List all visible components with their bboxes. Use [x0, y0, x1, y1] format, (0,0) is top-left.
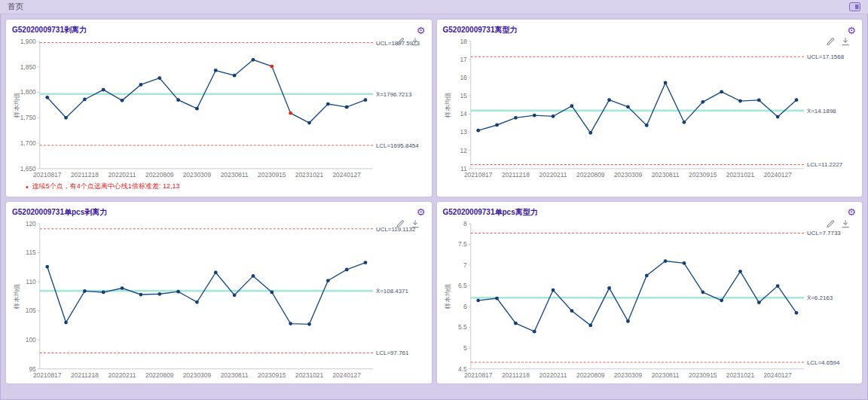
panel-header: G52020009731离型力 ⚙ [443, 23, 857, 37]
svg-text:20230811: 20230811 [651, 371, 679, 378]
chart-toolbar [396, 37, 420, 46]
svg-text:LCL=4.6594: LCL=4.6594 [806, 359, 839, 366]
chart-area: 87.576.565.554.5202108172021121820220211… [443, 219, 857, 381]
pencil-icon[interactable] [396, 219, 405, 228]
svg-text:20230811: 20230811 [221, 171, 249, 179]
chart-panel: G52020009731离型力 ⚙ 1817161514131211202108… [437, 20, 863, 197]
svg-text:1,850: 1,850 [20, 63, 36, 71]
svg-text:20230309: 20230309 [183, 171, 212, 179]
svg-text:LCL=11.2227: LCL=11.2227 [806, 161, 842, 168]
tab-home[interactable]: 首页 [8, 2, 23, 12]
chart-toolbar [826, 219, 850, 228]
svg-text:20211218: 20211218 [501, 171, 529, 179]
download-icon[interactable] [411, 37, 420, 46]
svg-text:115: 115 [26, 249, 36, 256]
svg-text:100: 100 [26, 336, 36, 344]
svg-text:13: 13 [460, 128, 467, 136]
svg-text:6.5: 6.5 [458, 282, 467, 289]
svg-text:20210817: 20210817 [463, 371, 492, 378]
svg-text:20220211: 20220211 [108, 171, 136, 179]
svg-text:20230811: 20230811 [221, 371, 249, 378]
gear-icon[interactable]: ⚙ [847, 207, 856, 217]
svg-text:X̄=1796.7213: X̄=1796.7213 [376, 91, 412, 98]
svg-text:6: 6 [463, 303, 467, 310]
svg-text:15: 15 [460, 92, 467, 99]
svg-text:12: 12 [460, 147, 467, 154]
svg-text:7: 7 [463, 261, 467, 269]
svg-text:5.5: 5.5 [458, 323, 467, 331]
pencil-icon[interactable] [826, 37, 835, 46]
svg-text:16: 16 [460, 74, 467, 81]
chart-area: 1201151101051009520210817202112182022021… [12, 219, 426, 381]
svg-text:20231021: 20231021 [726, 371, 754, 378]
svg-text:20240127: 20240127 [763, 371, 792, 378]
panel-title: G52020009731单pcs剥离力 [12, 207, 107, 218]
svg-text:20220211: 20220211 [539, 171, 567, 179]
gear-icon[interactable]: ⚙ [417, 207, 426, 217]
panel-title: G52020009731单pcs离型力 [443, 207, 538, 218]
svg-text:X̄=14.1898: X̄=14.1898 [806, 108, 836, 115]
svg-text:20220809: 20220809 [145, 171, 174, 179]
svg-text:20220211: 20220211 [539, 371, 567, 378]
control-chart: 1,9001,8501,8001,7501,7001,6502021081720… [12, 37, 426, 181]
svg-text:20230915: 20230915 [258, 371, 286, 378]
gear-icon[interactable]: ⚙ [417, 26, 426, 35]
svg-text:120: 120 [26, 220, 36, 227]
download-icon[interactable] [411, 219, 420, 228]
svg-text:1,700: 1,700 [20, 139, 36, 147]
chart-toolbar [826, 37, 850, 46]
svg-text:20240127: 20240127 [763, 171, 792, 179]
svg-text:20231021: 20231021 [295, 171, 324, 179]
svg-text:样本均值: 样本均值 [13, 92, 20, 118]
svg-text:20230915: 20230915 [258, 171, 286, 179]
svg-text:20210817: 20210817 [33, 371, 62, 378]
svg-text:UCL=7.7733: UCL=7.7733 [806, 230, 840, 237]
svg-text:20230309: 20230309 [613, 171, 642, 179]
chart-panel: G52020009731剥离力 ⚙ 1,9001,8501,8001,7501,… [6, 20, 432, 197]
svg-text:5: 5 [463, 344, 467, 352]
dashboard-grid: G52020009731剥离力 ⚙ 1,9001,8501,8001,7501,… [0, 14, 868, 389]
gear-icon[interactable]: ⚙ [847, 26, 856, 35]
pencil-icon[interactable] [826, 219, 835, 228]
panel-header: G52020009731单pcs离型力 ⚙ [443, 206, 857, 219]
svg-text:105: 105 [26, 307, 36, 314]
svg-text:1,800: 1,800 [20, 88, 36, 96]
svg-text:1,750: 1,750 [20, 114, 36, 121]
panel-title: G52020009731剥离力 [12, 25, 87, 35]
chart-panel: G52020009731单pcs离型力 ⚙ 87.576.565.554.520… [437, 202, 863, 384]
svg-text:20210817: 20210817 [33, 171, 62, 179]
svg-text:LCL=97.761: LCL=97.761 [376, 350, 409, 356]
chart-panel: G52020009731单pcs剥离力 ⚙ 120115110105100952… [6, 202, 432, 384]
control-chart: 87.576.565.554.5202108172021121820220211… [443, 219, 857, 381]
svg-text:样本均值: 样本均值 [443, 283, 451, 310]
pencil-icon[interactable] [396, 37, 405, 46]
svg-text:20230309: 20230309 [183, 371, 212, 378]
svg-text:110: 110 [26, 278, 36, 285]
svg-text:样本均值: 样本均值 [13, 283, 20, 310]
svg-text:20220211: 20220211 [108, 371, 136, 378]
svg-text:20211218: 20211218 [71, 371, 99, 378]
svg-text:20220809: 20220809 [576, 171, 604, 179]
download-icon[interactable] [841, 37, 850, 46]
svg-text:20211218: 20211218 [501, 371, 529, 378]
svg-text:X̄=108.4371: X̄=108.4371 [376, 288, 409, 295]
svg-text:20230915: 20230915 [689, 371, 717, 378]
rule-violation-note: • 连续5个点，有4个点远离中心线1倍标准差: 12,13 [26, 182, 426, 192]
control-chart: 1817161514131211202108172021121820220211… [443, 37, 857, 181]
svg-text:20240127: 20240127 [332, 371, 361, 378]
svg-text:样本均值: 样本均值 [443, 92, 451, 118]
svg-text:20230915: 20230915 [689, 171, 717, 179]
panel-header: G52020009731剥离力 ⚙ [12, 23, 426, 37]
bullet-icon: • [26, 183, 29, 191]
svg-text:X̄=6.2163: X̄=6.2163 [806, 295, 833, 301]
chart-area: 1817161514131211202108172021121820220211… [443, 37, 857, 181]
svg-text:LCL=1695.8454: LCL=1695.8454 [376, 142, 419, 149]
tab-bar: 首页 [0, 0, 868, 14]
layout-toggle-icon[interactable] [849, 2, 860, 11]
chart-area: 1,9001,8501,8001,7501,7001,6502021081720… [12, 37, 426, 181]
control-chart: 1201151101051009520210817202112182022021… [12, 219, 426, 381]
svg-text:20240127: 20240127 [332, 171, 361, 179]
download-icon[interactable] [841, 219, 850, 228]
app-window: 首页 G52020009731剥离力 ⚙ [0, 0, 868, 389]
svg-text:20231021: 20231021 [295, 371, 324, 378]
